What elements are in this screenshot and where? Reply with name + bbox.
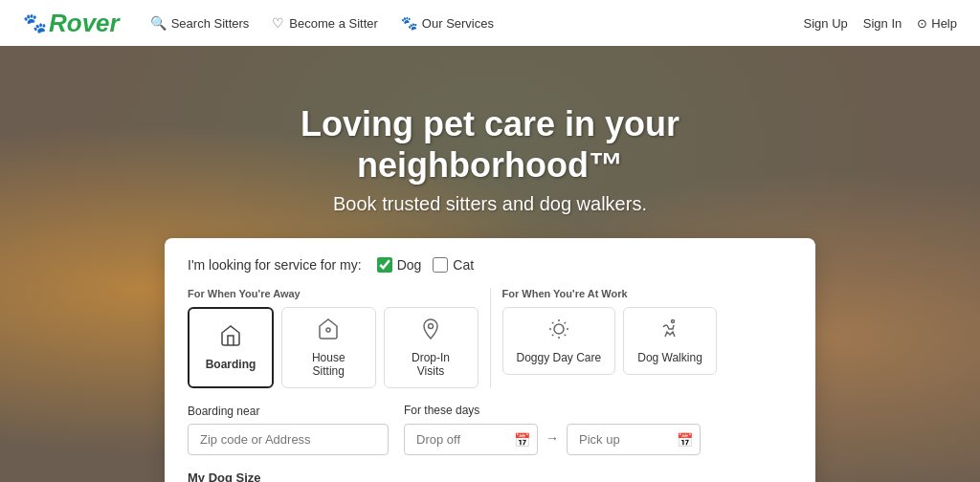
pickup-input[interactable]	[567, 424, 701, 455]
hero-section: Loving pet care in your neighborhood™ Bo…	[0, 46, 980, 482]
navbar: 🐾 Rover 🔍 Search Sitters ♡ Become a Sitt…	[0, 0, 980, 46]
pickup-wrapper: 📅	[567, 424, 701, 455]
drop-in-icon	[419, 318, 442, 345]
logo[interactable]: 🐾 Rover	[23, 9, 120, 38]
help-label: Help	[931, 16, 957, 31]
hero-title-line1: Loving pet care in your	[301, 104, 679, 143]
doggy-day-care-icon	[547, 318, 570, 345]
house-sitting-label: House Sitting	[296, 351, 362, 378]
nav-right: Sign Up Sign In ⊙ Help	[804, 16, 957, 31]
house-sitting-icon	[317, 318, 340, 345]
sign-in-link[interactable]: Sign In	[863, 16, 902, 31]
heart-icon: ♡	[272, 15, 284, 31]
work-category-label: For When You're At Work	[502, 288, 793, 299]
dog-walking-label: Dog Walking	[637, 351, 702, 364]
svg-point-2	[554, 324, 564, 334]
doggy-day-care-button[interactable]: Doggy Day Care	[502, 307, 616, 375]
dog-size-section: My Dog Size	[188, 471, 792, 482]
become-sitter-link[interactable]: ♡ Become a Sitter	[272, 15, 378, 31]
cat-checkbox[interactable]	[433, 257, 448, 273]
logo-text: Rover	[49, 9, 120, 38]
date-separator: →	[546, 423, 559, 453]
svg-point-11	[672, 320, 675, 323]
work-service-buttons: Doggy Day Care Dog Walking	[502, 307, 793, 375]
nav-links: 🔍 Search Sitters ♡ Become a Sitter 🐾 Our…	[150, 15, 804, 31]
svg-point-0	[326, 328, 330, 332]
our-services-label: Our Services	[422, 16, 494, 31]
dog-size-label: My Dog Size	[188, 471, 261, 482]
location-group: Boarding near	[188, 405, 389, 455]
hero-title: Loving pet care in your neighborhood™	[301, 103, 679, 186]
location-label: Boarding near	[188, 405, 389, 418]
help-circle-icon: ⊙	[917, 16, 927, 31]
category-divider	[490, 288, 491, 388]
cat-option[interactable]: Cat	[433, 257, 474, 273]
away-category-label: For When You're Away	[188, 288, 479, 299]
search-sitters-label: Search Sitters	[171, 16, 250, 31]
location-input[interactable]	[188, 424, 389, 455]
form-row: Boarding near For these days 📅 → 📅	[188, 404, 792, 455]
svg-point-1	[429, 324, 434, 329]
cat-label: Cat	[453, 257, 474, 273]
hero-subtitle: Book trusted sitters and dog walkers.	[333, 193, 647, 215]
svg-line-7	[552, 322, 553, 323]
search-card: I'm looking for service for my: Dog Cat …	[165, 238, 815, 482]
date-group: For these days 📅 → 📅	[404, 404, 701, 455]
house-sitting-button[interactable]: House Sitting	[281, 307, 376, 388]
away-category-group: For When You're Away Boarding	[188, 288, 479, 388]
become-sitter-label: Become a Sitter	[289, 16, 378, 31]
dog-walking-icon	[658, 318, 681, 345]
pet-selector: I'm looking for service for my: Dog Cat	[188, 257, 792, 273]
search-icon: 🔍	[150, 15, 167, 31]
boarding-icon	[219, 324, 242, 352]
our-services-link[interactable]: 🐾 Our Services	[401, 15, 494, 31]
date-label: For these days	[404, 404, 701, 417]
doggy-day-care-label: Doggy Day Care	[517, 351, 602, 364]
away-service-buttons: Boarding House Sitting	[188, 307, 479, 388]
boarding-label: Boarding	[206, 358, 256, 371]
dropoff-wrapper: 📅	[404, 424, 538, 455]
pet-checkbox-group: Dog Cat	[377, 257, 474, 273]
dog-option[interactable]: Dog	[377, 257, 422, 273]
dog-walking-button[interactable]: Dog Walking	[623, 307, 717, 375]
svg-line-9	[552, 335, 553, 336]
drop-in-visits-button[interactable]: Drop-In Visits	[384, 307, 479, 388]
services-icon: 🐾	[401, 15, 417, 31]
sign-up-link[interactable]: Sign Up	[804, 16, 848, 31]
date-inputs: 📅 → 📅	[404, 423, 701, 455]
paw-icon: 🐾	[23, 11, 47, 34]
svg-line-8	[565, 335, 566, 336]
hero-title-line2: neighborhood™	[357, 145, 623, 185]
service-for-label: I'm looking for service for my:	[188, 257, 362, 273]
svg-line-10	[565, 322, 566, 323]
boarding-button[interactable]: Boarding	[188, 307, 274, 388]
work-category-group: For When You're At Work	[502, 288, 793, 375]
drop-in-label: Drop-In Visits	[398, 351, 464, 378]
dog-label: Dog	[397, 257, 422, 273]
help-link[interactable]: ⊙ Help	[917, 16, 957, 31]
dog-checkbox[interactable]	[377, 257, 392, 273]
dropoff-input[interactable]	[404, 424, 538, 455]
search-sitters-link[interactable]: 🔍 Search Sitters	[150, 15, 250, 31]
